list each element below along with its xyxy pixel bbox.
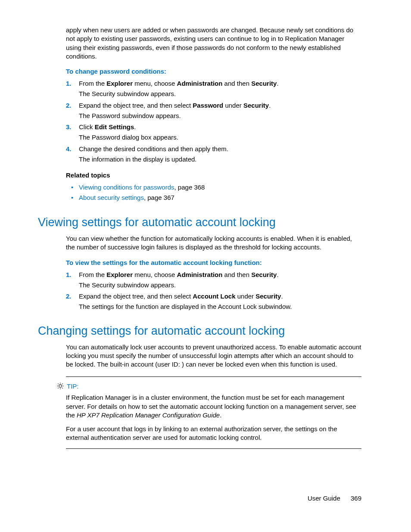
tip-label: TIP:: [67, 383, 79, 390]
subhead-change-password: To change password conditions:: [66, 68, 361, 75]
step-text: From the Explorer menu, choose Administr…: [79, 271, 279, 278]
bold-term: Password: [193, 102, 223, 109]
step-number: 2.: [66, 101, 72, 110]
step-followup: The Password dialog box appears.: [79, 133, 361, 142]
related-topic-item: About security settings, page 367: [66, 193, 361, 203]
step-followup: The Password subwindow appears.: [79, 112, 361, 120]
section-changing-settings: Changing settings for automatic account …: [38, 324, 361, 338]
bold-term: Explorer: [106, 80, 133, 87]
step-item: 3.Click Edit Settings.The Password dialo…: [66, 123, 361, 142]
tip-paragraph-2: For a user account that logs in by linki…: [66, 425, 361, 442]
svg-line-5: [58, 384, 59, 385]
related-topics-header: Related topics: [66, 171, 361, 179]
bold-term: Administration: [177, 80, 223, 87]
section2-intro: You can view whether the function for au…: [66, 234, 361, 252]
step-text: Expand the object tree, and then select …: [79, 102, 271, 109]
step-item: 1.From the Explorer menu, choose Adminis…: [66, 79, 361, 99]
bold-term: Security: [251, 80, 277, 87]
svg-line-8: [62, 384, 63, 385]
bold-term: Security: [243, 102, 269, 109]
step-item: 2.Expand the object tree, and then selec…: [66, 292, 361, 311]
related-topic-link[interactable]: Viewing conditions for passwords: [79, 184, 174, 191]
step-text: Click Edit Settings.: [79, 123, 136, 131]
step-number: 1.: [66, 79, 72, 88]
footer-label: User Guide: [308, 495, 340, 502]
tip-icon: [56, 382, 64, 390]
related-topics-list: Viewing conditions for passwords, page 3…: [66, 182, 361, 203]
footer-page-number: 369: [351, 495, 361, 502]
bold-term: Edit Settings: [95, 123, 134, 131]
step-text: Change the desired conditions and then a…: [79, 145, 228, 152]
subhead-view-settings: To view the settings for the automatic a…: [66, 259, 361, 266]
related-topic-link[interactable]: About security settings: [79, 194, 144, 201]
step-followup: The settings for the function are displa…: [79, 302, 361, 311]
steps-change-password: 1.From the Explorer menu, choose Adminis…: [66, 79, 361, 164]
bold-term: Administration: [177, 271, 223, 278]
step-text: Expand the object tree, and then select …: [79, 292, 283, 300]
page-footer: User Guide 369: [308, 495, 361, 502]
bold-term: Security: [251, 271, 277, 278]
step-followup: The Security subwindow appears.: [79, 281, 361, 289]
step-text: From the Explorer menu, choose Administr…: [79, 80, 279, 87]
svg-line-7: [58, 388, 59, 389]
step-number: 1.: [66, 271, 72, 279]
step-followup: The information in the display is update…: [79, 155, 361, 164]
intro-paragraph: apply when new users are added or when p…: [66, 26, 361, 61]
step-number: 2.: [66, 292, 72, 301]
step-item: 1.From the Explorer menu, choose Adminis…: [66, 271, 361, 290]
related-topic-item: Viewing conditions for passwords, page 3…: [66, 182, 361, 193]
tip-p1-italic: HP XP7 Replication Manager Configuration…: [77, 411, 220, 419]
tip-p1-text-b: .: [220, 411, 221, 419]
svg-point-0: [59, 385, 62, 387]
bold-term: Security: [255, 292, 281, 300]
step-followup: The Security subwindow appears.: [79, 90, 361, 98]
step-number: 3.: [66, 123, 72, 131]
section3-intro: You can automatically lock user accounts…: [66, 343, 361, 369]
step-number: 4.: [66, 145, 72, 153]
section-viewing-settings: Viewing settings for automatic account l…: [38, 216, 361, 229]
steps-view-settings: 1.From the Explorer menu, choose Adminis…: [66, 271, 361, 311]
svg-line-6: [62, 388, 63, 389]
tip-box: TIP: If Replication Manager is in a clus…: [66, 376, 361, 448]
step-item: 2.Expand the object tree, and then selec…: [66, 101, 361, 121]
tip-paragraph-1: If Replication Manager is in a cluster e…: [66, 393, 361, 420]
bold-term: Account Lock: [193, 292, 235, 300]
bold-term: Explorer: [106, 271, 133, 278]
step-item: 4.Change the desired conditions and then…: [66, 145, 361, 164]
